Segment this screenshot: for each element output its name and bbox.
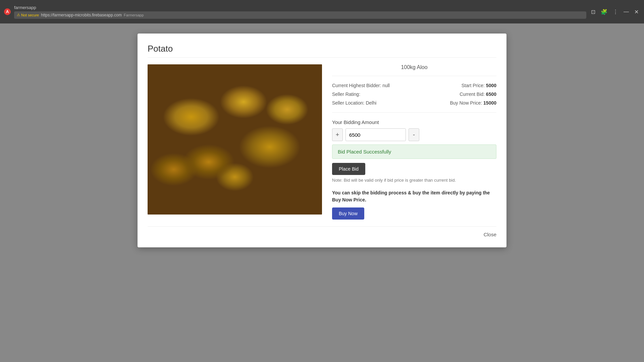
- close-modal-button[interactable]: Close: [484, 232, 496, 237]
- current-bid: Current Bid: 6500: [418, 92, 496, 97]
- browser-title-area: farmersapp ⚠ Not secure https://farmersa…: [14, 5, 586, 19]
- security-warning: ⚠ Not secure: [17, 13, 39, 17]
- bid-success-message: Bid Placed Successfully: [332, 144, 496, 159]
- buy-now-button[interactable]: Buy Now: [332, 207, 364, 220]
- seller-location: Seller Location: Delhi: [332, 100, 411, 106]
- info-grid: Current Highest Bidder: null Start Price…: [332, 83, 496, 113]
- minimize-icon[interactable]: —: [622, 7, 630, 16]
- page-background: Potato 100kg Aloo Current Highest Bidder…: [0, 23, 644, 362]
- start-price: Start Price: 5000: [418, 83, 496, 88]
- bidding-section: Your Bidding Amount + - Bid Placed Succe…: [332, 119, 496, 220]
- bidding-label: Your Bidding Amount: [332, 119, 496, 125]
- buy-now-section: You can skip the bidding process & buy t…: [332, 189, 496, 220]
- close-window-icon[interactable]: ✕: [633, 7, 640, 16]
- browser-url-bar[interactable]: ⚠ Not secure https://farmersapp-microbit…: [14, 11, 586, 19]
- menu-icon[interactable]: ⋮: [611, 7, 620, 16]
- modal-footer: Close: [148, 226, 496, 237]
- browser-url: https://farmersapp-microbits.firebaseapp…: [41, 13, 122, 17]
- app-favicon: A: [4, 8, 11, 15]
- start-price-value: 5000: [486, 83, 496, 88]
- product-image: [148, 64, 322, 215]
- bid-amount-input[interactable]: [345, 128, 406, 141]
- browser-site-name: Farmersapp: [124, 13, 144, 17]
- detail-panel: 100kg Aloo Current Highest Bidder: null …: [332, 64, 496, 220]
- buy-now-price-value: 15000: [483, 100, 496, 106]
- buy-now-info-text: You can skip the bidding process & buy t…: [332, 189, 496, 203]
- current-highest-bidder: Current Highest Bidder: null: [332, 83, 411, 88]
- extensions-icon[interactable]: 🧩: [599, 7, 609, 16]
- seller-rating: Seller Rating:: [332, 92, 411, 97]
- browser-controls: ⊡ 🧩 ⋮ — ✕: [590, 7, 640, 16]
- bid-input-row: + -: [332, 128, 496, 141]
- bid-decrement-button[interactable]: +: [332, 128, 343, 141]
- modal-body: 100kg Aloo Current Highest Bidder: null …: [148, 64, 496, 220]
- product-modal: Potato 100kg Aloo Current Highest Bidder…: [138, 34, 506, 247]
- modal-title: Potato: [148, 44, 496, 58]
- browser-app-name: farmersapp: [14, 5, 586, 10]
- bid-note: Note: Bid will be valid only if bid pric…: [332, 178, 496, 183]
- cast-icon[interactable]: ⊡: [590, 7, 597, 16]
- bid-increment-button[interactable]: -: [409, 128, 419, 141]
- buy-now-price: Buy Now Price: 15000: [418, 100, 496, 106]
- product-subtitle: 100kg Aloo: [332, 64, 496, 76]
- browser-bar: A farmersapp ⚠ Not secure https://farmer…: [0, 0, 644, 23]
- current-bid-value: 6500: [486, 92, 496, 97]
- place-bid-button[interactable]: Place Bid: [332, 163, 365, 175]
